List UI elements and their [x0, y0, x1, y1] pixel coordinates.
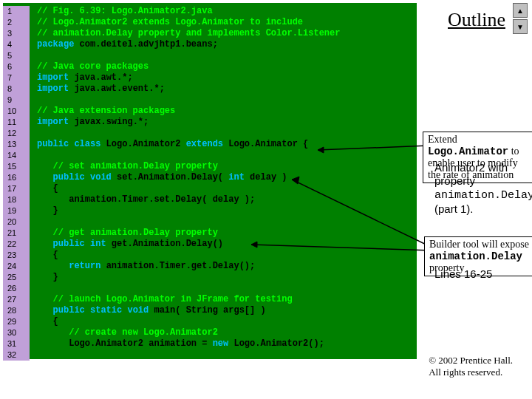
code-line: 11import javax.swing.*; [3, 117, 417, 128]
svg-marker-1 [318, 147, 324, 153]
side-text-1: Animator2 with property animation.Delay … [434, 161, 531, 216]
code-line: 31 Logo.Animator2 animation = new Logo.A… [3, 338, 417, 349]
code-line: 2// Logo.Animator2 extends Logo.Animator… [3, 17, 417, 28]
code-line: 5 [3, 50, 417, 61]
code-line: 27 // launch Logo.Animator in JFrame for… [3, 294, 417, 305]
scroll-down-button[interactable]: ▼ [513, 19, 528, 34]
code-line: 1// Fig. 6.39: Logo.Animator2.java [3, 6, 417, 17]
code-line: 7import java.awt.*; [3, 72, 417, 83]
code-line: 12 [3, 128, 417, 139]
code-line: 28 public static void main( String args[… [3, 305, 417, 316]
code-line: 30 // create new Logo.Animator2 [3, 327, 417, 338]
code-line: 9 [3, 95, 417, 106]
svg-marker-3 [292, 177, 299, 184]
code-line: 8import java.awt.event.*; [3, 83, 417, 95]
code-line: 3// animation.Delay property and impleme… [3, 28, 417, 39]
code-line: 32 [3, 349, 417, 361]
scroll-up-button[interactable]: ▲ [513, 3, 528, 18]
svg-marker-5 [251, 242, 257, 248]
svg-line-0 [318, 146, 429, 150]
code-line: 25 } [3, 272, 417, 283]
arrow-line-1 [318, 144, 432, 159]
copyright-footer: © 2002 Prentice Hall.All rights reserved… [429, 355, 513, 378]
code-line: 6// Java core packages [3, 61, 417, 72]
svg-line-2 [292, 180, 432, 248]
outline-heading: Outline [448, 9, 505, 31]
code-line: 15 // set animation.Delay property [3, 161, 417, 172]
code-line: 26 [3, 283, 417, 294]
svg-line-4 [251, 245, 432, 250]
arrow-line-3 [251, 240, 436, 255]
code-line: 10// Java extension packages [3, 106, 417, 117]
code-line: 4package com.deitel.advjhtp1.beans; [3, 39, 417, 50]
code-line: 29 { [3, 316, 417, 327]
code-line: 24 return animation.Timer.get.Delay(); [3, 261, 417, 272]
side-text-lines: Lines 16-25 [434, 267, 492, 281]
